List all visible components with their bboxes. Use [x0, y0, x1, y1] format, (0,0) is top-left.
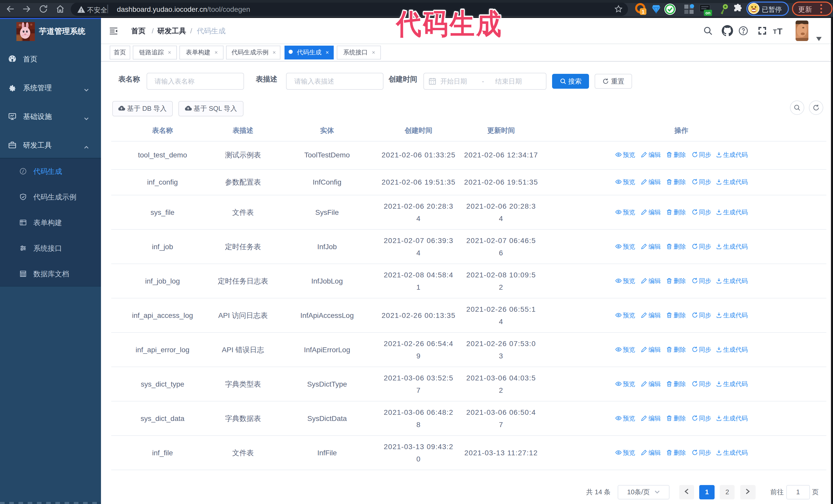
svg-text:1: 1 — [642, 9, 644, 15]
svg-text:on: on — [705, 11, 711, 15]
svg-text:T: T — [777, 26, 783, 35]
svg-text:T: T — [773, 28, 777, 35]
